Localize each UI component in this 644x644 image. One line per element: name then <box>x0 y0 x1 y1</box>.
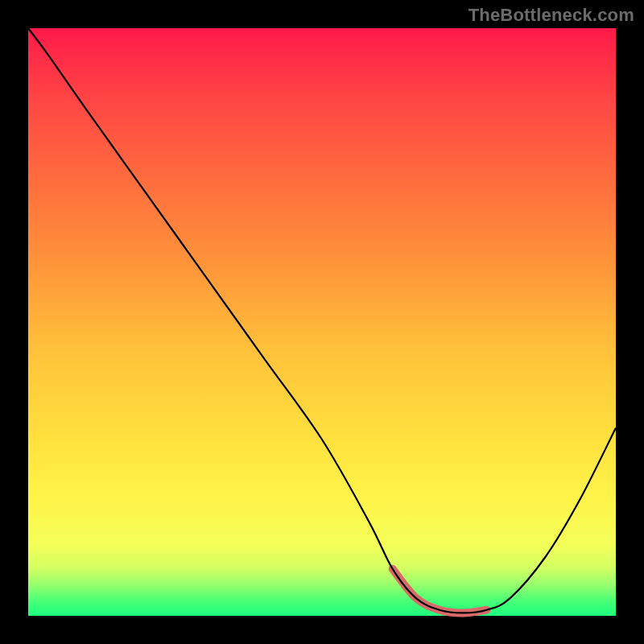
chart-frame: TheBottleneck.com <box>0 0 644 644</box>
bottleneck-curve-line <box>28 28 616 613</box>
curve-svg <box>28 28 616 616</box>
highlight-band <box>393 569 487 613</box>
plot-area <box>28 28 616 616</box>
watermark-text: TheBottleneck.com <box>469 5 634 26</box>
